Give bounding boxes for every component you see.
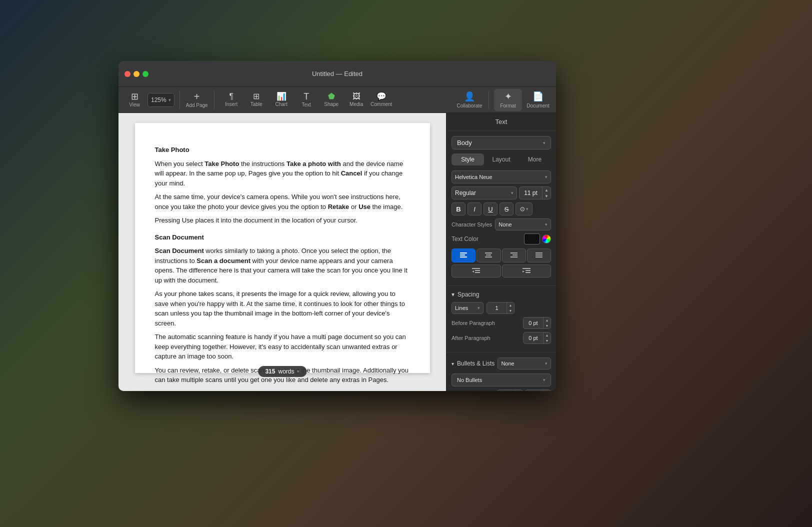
close-button[interactable] bbox=[124, 71, 130, 77]
character-styles-dropdown[interactable]: None ▾ bbox=[495, 218, 551, 230]
spacing-value-control[interactable]: 1 ▲ ▼ bbox=[486, 302, 514, 314]
body-dropdown[interactable]: Body ▾ bbox=[452, 136, 551, 150]
collaborate-icon: 👤 bbox=[464, 91, 475, 102]
svg-rect-8 bbox=[485, 256, 492, 258]
tab-more[interactable]: More bbox=[518, 154, 551, 166]
media-button[interactable]: 🖼 Media bbox=[344, 89, 368, 111]
svg-rect-16 bbox=[536, 256, 542, 258]
format-buttons-row: B I U S ⚙ ▾ bbox=[452, 202, 551, 216]
shape-button[interactable]: ⬟ Shape bbox=[320, 89, 344, 111]
para-4: Scan Document works similarly to taking … bbox=[155, 246, 410, 285]
spacing-section: ▾ Spacing Lines ▾ 1 ▲ ▼ bbox=[446, 286, 556, 352]
no-bullets-chevron-icon: ▾ bbox=[543, 378, 546, 382]
spacing-type-dropdown[interactable]: Lines ▾ bbox=[452, 302, 484, 314]
maximize-button[interactable] bbox=[142, 71, 148, 77]
bullets-style-dropdown[interactable]: None ▾ bbox=[498, 358, 551, 370]
font-name-chevron-icon: ▾ bbox=[545, 174, 548, 180]
svg-rect-12 bbox=[510, 256, 518, 258]
font-name-dropdown[interactable]: Helvetica Neue ▾ bbox=[452, 170, 551, 184]
view-icon: ⊞ bbox=[131, 92, 138, 101]
character-options-button[interactable]: ⚙ ▾ bbox=[516, 202, 532, 216]
bullets-header-row: ▾ Bullets & Lists None ▾ bbox=[452, 358, 551, 370]
indent-decrease-button[interactable] bbox=[452, 264, 501, 278]
align-justify-button[interactable] bbox=[527, 248, 551, 262]
indent-buttons bbox=[452, 264, 551, 278]
window-title: Untitled — Edited bbox=[312, 70, 362, 78]
align-left-button[interactable] bbox=[452, 248, 476, 262]
bold-button[interactable]: B bbox=[452, 202, 466, 216]
spacing-up-arrow[interactable]: ▲ bbox=[507, 302, 514, 308]
before-para-down-arrow[interactable]: ▼ bbox=[544, 323, 550, 328]
no-bullets-dropdown[interactable]: No Bullets ▾ bbox=[452, 374, 551, 386]
font-size-down-arrow[interactable]: ▼ bbox=[542, 193, 550, 199]
font-size-control[interactable]: 11 pt ▲ ▼ bbox=[519, 186, 551, 200]
comment-button[interactable]: 💬 Comment bbox=[370, 89, 394, 111]
bullets-chevron-icon: ▾ bbox=[545, 361, 548, 366]
add-page-button[interactable]: + Add Page bbox=[185, 89, 209, 111]
traffic-lights bbox=[124, 71, 148, 77]
main-area: Take Photo When you select Take Photo th… bbox=[118, 113, 556, 391]
spacing-down-arrow[interactable]: ▼ bbox=[507, 308, 514, 314]
tab-style[interactable]: Style bbox=[452, 154, 484, 166]
format-button[interactable]: ✦ Format bbox=[494, 89, 522, 111]
after-paragraph-control[interactable]: 0 pt ▲ ▼ bbox=[523, 332, 551, 344]
indent-increase-button[interactable] bbox=[502, 264, 552, 278]
after-paragraph-arrows: ▲ ▼ bbox=[543, 332, 550, 344]
before-para-up-arrow[interactable]: ▲ bbox=[544, 318, 550, 323]
collaborate-button[interactable]: 👤 Collaborate bbox=[456, 89, 484, 111]
spacing-type-chevron-icon: ▾ bbox=[478, 306, 480, 310]
panel-title: Text bbox=[446, 113, 556, 131]
align-right-button[interactable] bbox=[502, 248, 526, 262]
after-para-up-arrow[interactable]: ▲ bbox=[544, 332, 550, 338]
shape-icon: ⬟ bbox=[328, 92, 335, 100]
svg-rect-19 bbox=[475, 270, 480, 271]
panel-tabs: Style Layout More bbox=[452, 154, 551, 166]
add-page-icon: + bbox=[194, 92, 200, 102]
font-size-up-arrow[interactable]: ▲ bbox=[542, 187, 550, 193]
svg-rect-22 bbox=[522, 268, 530, 269]
gear-icon: ⚙ bbox=[520, 206, 526, 213]
align-center-button[interactable] bbox=[476, 248, 500, 262]
before-paragraph-row: Before Paragraph 0 pt ▲ ▼ bbox=[452, 317, 551, 329]
align-left-icon bbox=[460, 252, 467, 258]
word-count-bar[interactable]: 315 words ▾ bbox=[258, 366, 306, 377]
tab-layout[interactable]: Layout bbox=[485, 154, 518, 166]
bullets-collapse-icon: ▾ bbox=[452, 361, 454, 366]
toolbar: ⊞ View 125% ▾ + Add Page ¶ Insert ⊞ Tabl… bbox=[118, 87, 556, 113]
document-area[interactable]: Take Photo When you select Take Photo th… bbox=[118, 113, 446, 391]
underline-button[interactable]: U bbox=[484, 202, 498, 216]
svg-rect-20 bbox=[475, 272, 480, 273]
bullet-indent-up[interactable]: ▲ bbox=[516, 390, 522, 391]
chart-button[interactable]: 📊 Chart bbox=[270, 89, 294, 111]
svg-rect-6 bbox=[485, 252, 492, 254]
italic-button[interactable]: I bbox=[468, 202, 482, 216]
spacing-collapse-icon: ▾ bbox=[452, 291, 454, 298]
document-button[interactable]: 📄 Document bbox=[524, 89, 552, 111]
text-indent-up[interactable]: ▲ bbox=[544, 390, 550, 391]
svg-rect-7 bbox=[486, 254, 491, 256]
document-icon: 📄 bbox=[532, 91, 544, 102]
table-button[interactable]: ⊞ Table bbox=[244, 89, 268, 111]
character-styles-row: Character Styles None ▾ bbox=[452, 218, 551, 230]
bullet-indent-arrows: ▲ ▼ bbox=[515, 390, 522, 391]
before-paragraph-control[interactable]: 0 pt ▲ ▼ bbox=[523, 317, 551, 329]
title-bar: Untitled — Edited bbox=[118, 61, 556, 87]
media-icon: 🖼 bbox=[352, 92, 360, 100]
svg-rect-2 bbox=[460, 252, 467, 254]
bullets-section: ▾ Bullets & Lists None ▾ No Bullets ▾ In… bbox=[446, 352, 556, 391]
zoom-control[interactable]: 125% ▾ bbox=[148, 93, 174, 107]
spacing-header[interactable]: ▾ Spacing bbox=[452, 291, 551, 298]
minimize-button[interactable] bbox=[134, 71, 140, 77]
insert-button[interactable]: ¶ Insert bbox=[220, 89, 244, 111]
view-button[interactable]: ⊞ View bbox=[122, 89, 146, 111]
svg-rect-11 bbox=[512, 254, 518, 256]
text-tool-button[interactable]: T Text bbox=[294, 89, 318, 111]
toolbar-view-group: ⊞ View 125% ▾ bbox=[122, 89, 174, 111]
strikethrough-button[interactable]: S bbox=[500, 202, 514, 216]
heading-scan-document: Scan Document bbox=[155, 232, 410, 242]
indent-row: Indent: 0 cm ▲ ▼ Bullet bbox=[452, 390, 551, 391]
after-para-down-arrow[interactable]: ▼ bbox=[544, 338, 550, 344]
text-color-swatch[interactable] bbox=[524, 234, 540, 244]
font-style-dropdown[interactable]: Regular ▾ bbox=[452, 186, 517, 200]
color-wheel-button[interactable] bbox=[542, 234, 551, 244]
